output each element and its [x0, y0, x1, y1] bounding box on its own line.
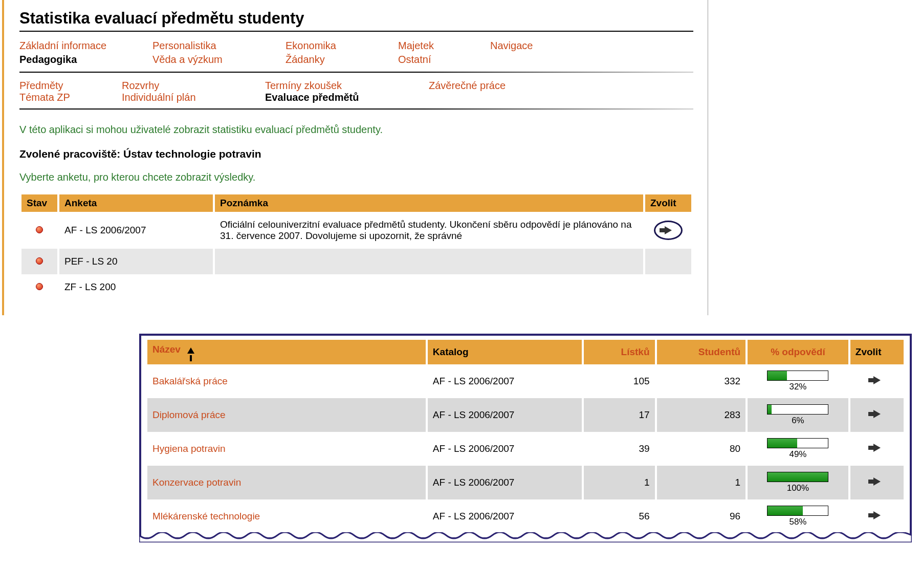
progress-bar-icon	[767, 506, 828, 516]
table-row: ZF - LS 200	[21, 274, 691, 300]
survey-note	[215, 274, 643, 300]
page-container: Statistika evaluací předmětu studenty Zá…	[2, 0, 708, 315]
table-row: Bakalářská práceAF - LS 2006/20071053323…	[147, 364, 904, 398]
subject-link[interactable]: Mlékárenské technologie	[152, 511, 260, 521]
select-button[interactable]	[873, 477, 881, 488]
subject-link[interactable]: Konzervace potravin	[152, 477, 241, 488]
table-row: PEF - LS 20	[21, 249, 691, 274]
workplace-value: Ústav technologie potravin	[123, 148, 261, 160]
select-button[interactable]	[873, 409, 881, 420]
col-zvolit2: Zvolit	[850, 340, 904, 364]
select-button[interactable]	[654, 221, 683, 240]
subject-response-pct: 49%	[748, 432, 848, 466]
subject-response-pct: 6%	[748, 398, 848, 432]
nav-item-navigace[interactable]: Navigace	[490, 39, 582, 53]
progress-bar-icon	[767, 371, 828, 381]
subject-catalog: AF - LS 2006/2007	[428, 432, 582, 466]
survey-note: Oficiální celouniverzitní evaluace předm…	[215, 212, 643, 249]
survey-name: ZF - LS 200	[59, 274, 213, 300]
select-button[interactable]	[873, 443, 881, 454]
sort-asc-icon	[187, 345, 194, 361]
nav-item-majetek[interactable]: Majetek	[398, 39, 490, 53]
col-katalog: Katalog	[428, 340, 582, 364]
subjects-panel: Název Katalog Lístků Studentů % odpovědí…	[139, 334, 912, 539]
col-listku[interactable]: Lístků	[584, 340, 655, 364]
subject-catalog: AF - LS 2006/2007	[428, 398, 582, 432]
arrow-right-icon	[665, 226, 672, 234]
nav-item-t-mata-zp[interactable]: Témata ZP	[19, 92, 122, 103]
divider	[19, 108, 693, 110]
subject-tickets: 56	[584, 499, 655, 533]
nav-item-personalistika[interactable]: Personalistika	[152, 39, 286, 53]
col-nazev-label: Název	[152, 344, 181, 355]
col-stav: Stav	[21, 194, 57, 212]
secondary-nav: PředmětyRozvrhyTermíny zkoušekZávěrečné …	[19, 80, 693, 103]
survey-note	[215, 249, 643, 274]
col-zvolit: Zvolit	[645, 194, 691, 212]
arrow-right-icon	[873, 511, 881, 519]
nav-item-ekonomika[interactable]: Ekonomika	[286, 39, 398, 53]
survey-name: AF - LS 2006/2007	[59, 212, 213, 249]
status-dot-icon	[36, 257, 43, 265]
subject-tickets: 1	[584, 466, 655, 499]
table-row: Diplomová práceAF - LS 2006/2007172836%	[147, 398, 904, 432]
arrow-right-icon	[873, 444, 881, 452]
col-studentu[interactable]: Studentů	[657, 340, 746, 364]
nav-item-v-da-a-v-zkum[interactable]: Věda a výzkum	[152, 53, 286, 67]
subject-link[interactable]: Hygiena potravin	[152, 443, 226, 454]
nav-item-term-ny-zkou-ek[interactable]: Termíny zkoušek	[265, 80, 429, 92]
table-row: Mlékárenské technologieAF - LS 2006/2007…	[147, 499, 904, 533]
subject-tickets: 39	[584, 432, 655, 466]
nav-item-z-kladn-informace[interactable]: Základní informace	[19, 39, 152, 53]
nav-item--danky[interactable]: Žádanky	[286, 53, 398, 67]
subject-tickets: 105	[584, 364, 655, 398]
page-title: Statistika evaluací předmětu studenty	[19, 9, 693, 32]
torn-edge-icon	[139, 532, 912, 542]
table-row: Konzervace potravinAF - LS 2006/20071110…	[147, 466, 904, 499]
divider	[19, 72, 693, 73]
subjects-table: Název Katalog Lístků Studentů % odpovědí…	[145, 340, 906, 533]
nav-item-p-edm-ty[interactable]: Předměty	[19, 80, 122, 92]
arrow-right-icon	[873, 410, 881, 418]
nav-item-ostatn-[interactable]: Ostatní	[398, 53, 490, 67]
subject-catalog: AF - LS 2006/2007	[428, 499, 582, 533]
col-nazev[interactable]: Název	[147, 340, 426, 364]
table-row: AF - LS 2006/2007Oficiální celouniverzit…	[21, 212, 691, 249]
col-poznamka: Poznámka	[215, 194, 643, 212]
select-button[interactable]	[873, 511, 881, 521]
subject-students: 283	[657, 398, 746, 432]
subject-link[interactable]: Diplomová práce	[152, 409, 226, 420]
prompt-text: Vyberte anketu, pro kterou chcete zobraz…	[19, 171, 693, 183]
status-dot-icon	[36, 226, 43, 233]
arrow-right-icon	[873, 477, 881, 486]
subject-catalog: AF - LS 2006/2007	[428, 364, 582, 398]
subject-students: 332	[657, 364, 746, 398]
col-odpovedi[interactable]: % odpovědí	[748, 340, 848, 364]
progress-bar-icon	[767, 404, 828, 415]
arrow-right-icon	[873, 376, 881, 384]
workplace-label: Zvolené pracoviště:	[19, 148, 123, 160]
table-row: Hygiena potravinAF - LS 2006/2007398049%	[147, 432, 904, 466]
subject-students: 1	[657, 466, 746, 499]
nav-item-individu-ln-pl-n[interactable]: Individuální plán	[122, 92, 265, 103]
nav-item-z-v-re-n-pr-ce[interactable]: Závěrečné práce	[429, 80, 562, 92]
workplace-line: Zvolené pracoviště: Ústav technologie po…	[19, 148, 693, 160]
surveys-table: Stav Anketa Poznámka Zvolit AF - LS 2006…	[19, 194, 693, 300]
subject-catalog: AF - LS 2006/2007	[428, 466, 582, 499]
subject-link[interactable]: Bakalářská práce	[152, 376, 228, 386]
subject-students: 96	[657, 499, 746, 533]
survey-name: PEF - LS 20	[59, 249, 213, 274]
progress-bar-icon	[767, 472, 828, 482]
subject-response-pct: 32%	[748, 364, 848, 398]
subject-response-pct: 58%	[748, 499, 848, 533]
intro-text: V této aplikaci si mohou uživatelé zobra…	[19, 124, 693, 136]
progress-bar-icon	[767, 438, 828, 448]
select-button[interactable]	[873, 376, 881, 386]
status-dot-icon	[36, 283, 43, 290]
nav-item-pedagogika: Pedagogika	[19, 53, 152, 67]
subject-students: 80	[657, 432, 746, 466]
col-anketa: Anketa	[59, 194, 213, 212]
primary-nav: Základní informacePersonalistikaEkonomik…	[19, 39, 693, 67]
nav-item-evaluace-p-edm-t-: Evaluace předmětů	[265, 92, 429, 103]
nav-item-rozvrhy[interactable]: Rozvrhy	[122, 80, 265, 92]
